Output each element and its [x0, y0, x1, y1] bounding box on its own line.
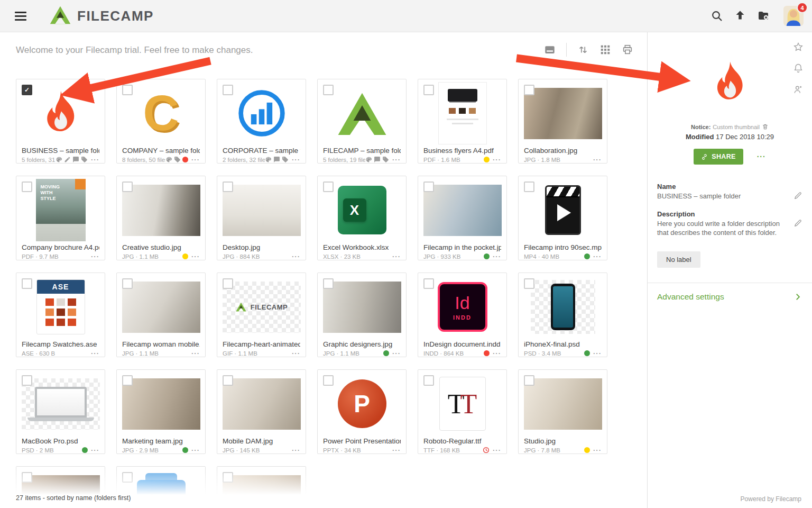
favorite-star-icon[interactable] — [793, 42, 804, 52]
file-card[interactable]: MacBook Pro.psd PSD · 2 MB ··· — [16, 369, 105, 454]
item-badges — [483, 447, 490, 453]
item-more-menu[interactable]: ··· — [91, 447, 99, 453]
item-checkbox[interactable] — [223, 85, 233, 95]
file-card[interactable]: Filecamp intro 90sec.mp4 MP4 · 40 MB ··· — [518, 176, 607, 260]
file-card[interactable]: FILECAMP – sample folder 5 folders, 19 f… — [317, 79, 407, 164]
item-checkbox[interactable] — [323, 278, 334, 289]
item-more-menu[interactable]: ··· — [91, 350, 99, 357]
item-checkbox[interactable] — [524, 278, 534, 289]
item-more-menu[interactable]: ··· — [191, 447, 200, 453]
item-more-menu[interactable]: ··· — [191, 253, 200, 260]
grid-view-icon[interactable] — [599, 44, 611, 56]
file-card[interactable]: C COMPANY – sample folder 8 folders, 50 … — [116, 79, 206, 164]
item-checkbox[interactable] — [223, 375, 233, 386]
item-more-menu[interactable]: ··· — [91, 156, 99, 163]
file-card[interactable]: Graphic designers.jpg JPG · 1.1 MB ··· — [317, 273, 407, 357]
add-folder-icon[interactable] — [757, 10, 770, 22]
edit-name-icon[interactable] — [793, 191, 802, 200]
file-card[interactable]: IdINDD InDesign document.indd INDD · 864… — [418, 273, 507, 357]
file-card[interactable]: Business flyers A4.pdf PDF · 1.6 MB ··· — [418, 79, 507, 164]
item-checkbox[interactable] — [323, 182, 334, 192]
sort-icon[interactable] — [577, 44, 589, 56]
file-card[interactable]: Desktop.jpg JPG · 884 KB ··· — [217, 176, 306, 260]
item-more-menu[interactable]: ··· — [593, 156, 602, 163]
item-checkbox[interactable] — [223, 278, 233, 289]
file-card[interactable]: Mobile DAM.jpg JPG · 145 KB ··· — [217, 369, 306, 454]
tag-icon — [382, 156, 389, 163]
upload-icon[interactable] — [734, 10, 746, 22]
item-checkbox[interactable] — [22, 375, 32, 386]
item-checkbox[interactable] — [423, 278, 434, 289]
menu-icon[interactable] — [13, 10, 29, 23]
item-more-menu[interactable]: ··· — [593, 253, 602, 260]
search-icon[interactable] — [710, 10, 723, 22]
item-checkbox[interactable] — [423, 182, 434, 192]
edit-description-icon[interactable] — [793, 219, 802, 228]
file-card[interactable]: ··· — [217, 466, 306, 508]
item-checkbox[interactable] — [423, 85, 434, 95]
item-more-menu[interactable]: ··· — [91, 253, 99, 260]
file-card[interactable]: CORPORATE – sample folder 2 folders, 32 … — [217, 79, 306, 164]
user-avatar[interactable]: 4 — [783, 6, 804, 26]
item-checkbox[interactable] — [22, 472, 32, 483]
label-chip[interactable]: No label — [657, 251, 700, 268]
file-card[interactable]: Filecamp woman mobile.jpg JPG · 1.1 MB ·… — [116, 273, 206, 357]
item-checkbox[interactable] — [22, 278, 32, 289]
item-checkbox[interactable] — [22, 182, 32, 192]
item-more-menu[interactable]: ··· — [191, 156, 200, 163]
file-card[interactable]: TT Roboto-Regular.ttf TTF · 168 KB ··· — [418, 369, 507, 454]
item-more-menu[interactable]: ··· — [292, 253, 300, 260]
file-card[interactable]: Collaboration.jpg JPG · 1.8 MB ··· — [518, 79, 607, 164]
delete-thumbnail-icon[interactable] — [762, 123, 769, 130]
file-card[interactable]: W ··· — [116, 466, 206, 508]
item-checkbox[interactable] — [122, 85, 133, 95]
file-card[interactable]: Marketing team.jpg JPG · 2.9 MB ··· — [116, 369, 206, 454]
item-more-menu[interactable]: ··· — [392, 350, 401, 357]
card-view-icon[interactable] — [544, 44, 556, 56]
filecamp-logo[interactable]: FILECAMP — [49, 5, 154, 26]
file-card[interactable]: Studio.jpg JPG · 7.8 MB ··· — [518, 369, 607, 454]
item-checkbox[interactable] — [323, 375, 334, 386]
item-more-menu[interactable]: ··· — [493, 350, 501, 357]
file-card[interactable]: X Excel Workbook.xlsx XLSX · 23 KB ··· — [317, 176, 407, 260]
file-card[interactable]: ASE Filecamp Swatches.ase ASE · 630 B ··… — [16, 273, 105, 357]
item-more-menu[interactable]: ··· — [493, 447, 501, 453]
file-card[interactable]: P Power Point Presentation.pptx PPTX · 3… — [317, 369, 407, 454]
item-more-menu[interactable]: ··· — [392, 447, 401, 453]
item-checkbox[interactable] — [524, 182, 534, 192]
item-more-menu[interactable]: ··· — [493, 253, 501, 260]
item-checkbox[interactable] — [524, 85, 534, 95]
item-checkbox[interactable] — [122, 182, 133, 192]
file-card[interactable]: Filecamp in the pocket.jpg JPG · 933 KB … — [418, 176, 507, 260]
item-checkbox[interactable] — [223, 472, 233, 483]
file-card[interactable]: MOVING WITH STYLE Company brochure A4.pd… — [16, 176, 105, 260]
item-checkbox[interactable]: ✓ — [22, 85, 32, 95]
item-checkbox[interactable] — [223, 182, 233, 192]
file-card[interactable]: ··· — [16, 466, 105, 508]
item-more-menu[interactable]: ··· — [593, 447, 602, 453]
print-icon[interactable] — [622, 44, 633, 56]
item-checkbox[interactable] — [122, 278, 133, 289]
file-card[interactable]: FILECAMP Filecamp-heart-animated.gif GIF… — [217, 273, 306, 357]
item-more-menu[interactable]: ··· — [392, 253, 401, 260]
item-more-menu[interactable]: ··· — [292, 350, 300, 357]
item-more-menu[interactable]: ··· — [292, 447, 300, 453]
file-card[interactable]: Creative studio.jpg JPG · 1.1 MB ··· — [116, 176, 206, 260]
share-button[interactable]: SHARE — [694, 149, 743, 165]
file-card[interactable]: iPhoneX-final.psd PSD · 3.4 MB ··· — [518, 273, 607, 357]
file-card[interactable]: ✓ BUSINESS – sample folder 5 folders, 31… — [16, 79, 105, 164]
item-checkbox[interactable] — [423, 375, 434, 386]
item-more-menu[interactable]: ··· — [292, 156, 300, 163]
item-checkbox[interactable] — [323, 85, 334, 95]
item-more-menu[interactable]: ··· — [493, 156, 501, 163]
item-checkbox[interactable] — [524, 375, 534, 386]
item-checkbox[interactable] — [122, 472, 133, 483]
folder-more-menu[interactable]: ··· — [757, 152, 766, 161]
advanced-settings-link[interactable]: Advanced settings — [657, 292, 802, 302]
item-more-menu[interactable]: ··· — [392, 156, 401, 163]
notifications-bell-icon[interactable] — [793, 63, 804, 74]
item-checkbox[interactable] — [122, 375, 133, 386]
share-user-icon[interactable] — [793, 84, 804, 95]
item-more-menu[interactable]: ··· — [593, 350, 602, 357]
item-more-menu[interactable]: ··· — [191, 350, 200, 357]
